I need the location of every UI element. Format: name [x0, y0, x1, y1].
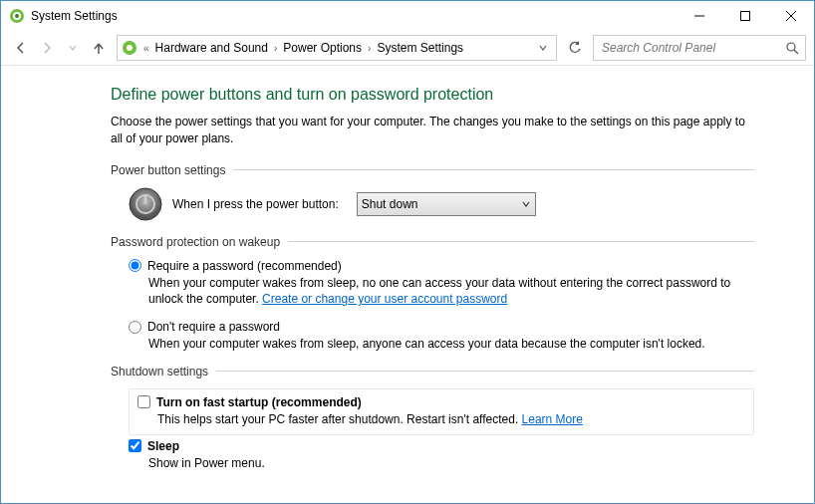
radio-label: Don't require a password [147, 320, 280, 334]
svg-point-8 [127, 45, 133, 51]
recent-dropdown[interactable] [61, 36, 85, 60]
maximize-button[interactable] [722, 1, 768, 31]
minimize-button[interactable] [677, 1, 722, 31]
chevron-right-icon: › [272, 43, 279, 54]
svg-line-10 [794, 50, 798, 54]
select-value: Shut down [362, 197, 418, 211]
learn-more-link[interactable]: Learn More [522, 412, 583, 426]
power-button-label: When I press the power button: [172, 197, 339, 211]
svg-point-9 [787, 43, 795, 51]
refresh-button[interactable] [563, 36, 587, 60]
content-area: Define power buttons and turn on passwor… [1, 66, 814, 502]
section-label: Shutdown settings [111, 365, 208, 378]
svg-point-2 [15, 14, 19, 18]
up-button[interactable] [87, 36, 111, 60]
radio-input[interactable] [129, 259, 141, 272]
breadcrumb-item[interactable]: Hardware and Sound [151, 41, 272, 55]
window-title: System Settings [31, 9, 118, 23]
app-icon [9, 8, 25, 24]
checkbox-fast-startup[interactable]: Turn on fast startup (recommended) [137, 395, 745, 409]
page-description: Choose the power settings that you want … [111, 114, 754, 147]
address-icon [122, 40, 137, 56]
section-header-shutdown: Shutdown settings [111, 365, 754, 378]
chevron-right-icon: › [366, 43, 373, 54]
radio-label: Require a password (recommended) [147, 259, 342, 273]
search-box[interactable] [593, 35, 806, 61]
radio-input[interactable] [129, 321, 141, 334]
back-button[interactable] [9, 36, 33, 60]
section-header-password: Password protection on wakeup [111, 235, 754, 249]
power-action-select[interactable]: Shut down [357, 192, 536, 216]
change-password-link[interactable]: Create or change your user account passw… [262, 292, 507, 306]
svg-rect-4 [741, 12, 750, 21]
radio-description: When your computer wakes from sleep, no … [148, 275, 754, 309]
checkbox-label: Sleep [147, 439, 179, 453]
close-button[interactable] [768, 1, 814, 31]
address-bar[interactable]: « Hardware and Sound › Power Options › S… [117, 35, 557, 61]
search-input[interactable] [600, 40, 786, 56]
checkbox-sleep[interactable]: Sleep [129, 439, 754, 453]
titlebar: System Settings [1, 1, 814, 31]
radio-no-password[interactable]: Don't require a password [129, 320, 754, 334]
section-label: Password protection on wakeup [111, 235, 280, 249]
fast-startup-option: Turn on fast startup (recommended) This … [129, 388, 754, 435]
navigation-bar: « Hardware and Sound › Power Options › S… [1, 31, 814, 66]
section-header-power-button: Power button settings [111, 163, 754, 177]
checkbox-label: Turn on fast startup (recommended) [156, 395, 362, 409]
radio-require-password[interactable]: Require a password (recommended) [129, 259, 754, 273]
checkbox-description: Show in Power menu. [148, 455, 754, 472]
checkbox-input[interactable] [137, 395, 150, 408]
chevron-down-icon [521, 199, 531, 209]
breadcrumb-item[interactable]: Power Options [279, 41, 366, 55]
chevron-right-icon: « [141, 43, 151, 54]
search-icon [786, 42, 799, 55]
radio-description: When your computer wakes from sleep, any… [148, 336, 754, 353]
checkbox-input[interactable] [129, 439, 141, 452]
breadcrumb-item[interactable]: System Settings [373, 41, 467, 55]
forward-button[interactable] [35, 36, 59, 60]
checkbox-description: This helps start your PC faster after sh… [157, 411, 745, 428]
power-icon [129, 187, 162, 221]
page-title: Define power buttons and turn on passwor… [111, 86, 754, 104]
section-label: Power button settings [111, 163, 225, 177]
address-dropdown-icon[interactable] [534, 43, 552, 53]
